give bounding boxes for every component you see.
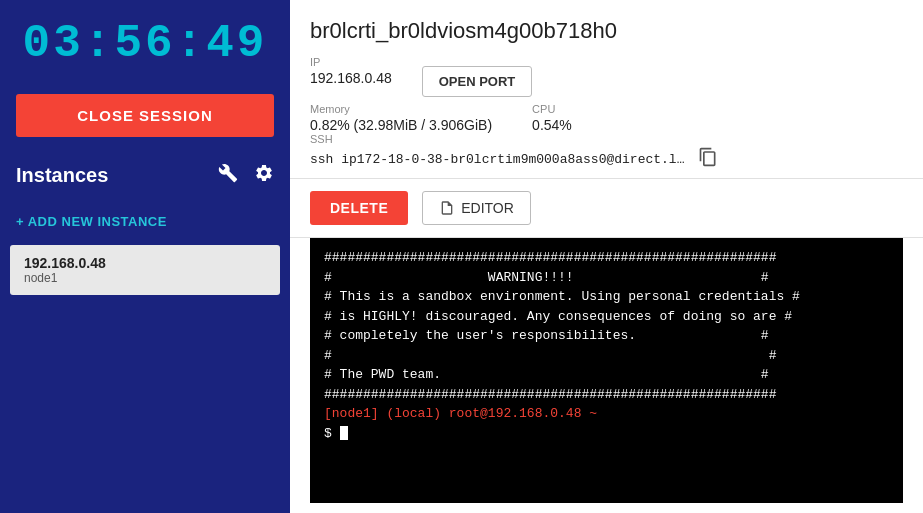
- main-area: br0lcrti_br0ldviosm4g00b718h0 IP 192.168…: [290, 0, 923, 513]
- timer-area: 03:56:49: [0, 0, 290, 84]
- delete-button[interactable]: DELETE: [310, 191, 408, 225]
- editor-button[interactable]: EDITOR: [422, 191, 531, 225]
- sidebar: 03:56:49 CLOSE SESSION Instances + ADD N…: [0, 0, 290, 513]
- terminal-line: # #: [324, 346, 889, 366]
- main-header: br0lcrti_br0ldviosm4g00b718h0 IP 192.168…: [290, 0, 923, 179]
- timer-display: 03:56:49: [23, 18, 268, 70]
- ssh-row: ssh ip172-18-0-38-br0lcrtim9m000a8ass0@d…: [310, 147, 903, 172]
- terminal-line: # WARNING!!!! #: [324, 268, 889, 288]
- terminal-line: # The PWD team. #: [324, 365, 889, 385]
- instance-name: node1: [24, 271, 266, 285]
- open-port-button[interactable]: OPEN PORT: [422, 66, 533, 97]
- instance-list-item[interactable]: 192.168.0.48 node1: [10, 245, 280, 295]
- wrench-icon[interactable]: [216, 161, 240, 190]
- terminal-line: $: [324, 424, 889, 444]
- cursor: [340, 426, 348, 440]
- memory-value: 0.82% (32.98MiB / 3.906GiB): [310, 117, 492, 133]
- terminal-line: ########################################…: [324, 248, 889, 268]
- instances-title: Instances: [16, 164, 108, 187]
- cpu-value: 0.54%: [532, 117, 572, 133]
- terminal-line: [node1] (local) root@192.168.0.48 ~: [324, 404, 889, 424]
- action-row: DELETE EDITOR: [290, 179, 923, 238]
- ssh-value: ssh ip172-18-0-38-br0lcrtim9m000a8ass0@d…: [310, 152, 690, 167]
- memory-cpu-row: Memory 0.82% (32.98MiB / 3.906GiB) CPU 0…: [310, 103, 903, 133]
- memory-block: Memory 0.82% (32.98MiB / 3.906GiB): [310, 103, 492, 133]
- terminal-line: # is HIGHLY! discouraged. Any consequenc…: [324, 307, 889, 327]
- terminal-line: # This is a sandbox environment. Using p…: [324, 287, 889, 307]
- terminal-line: ########################################…: [324, 385, 889, 405]
- instances-header: Instances: [0, 143, 290, 204]
- instance-title: br0lcrti_br0ldviosm4g00b718h0: [310, 18, 903, 44]
- memory-label: Memory: [310, 103, 492, 115]
- editor-label: EDITOR: [461, 200, 514, 216]
- ssh-block: SSH ssh ip172-18-0-38-br0lcrtim9m000a8as…: [310, 133, 903, 172]
- ip-label: IP: [310, 56, 392, 68]
- close-session-button[interactable]: CLOSE SESSION: [16, 94, 274, 137]
- terminal[interactable]: ########################################…: [310, 238, 903, 503]
- instance-ip: 192.168.0.48: [24, 255, 266, 271]
- copy-ssh-button[interactable]: [698, 147, 718, 172]
- gear-icon[interactable]: [252, 161, 276, 190]
- ip-row: IP 192.168.0.48 OPEN PORT: [310, 56, 903, 97]
- ip-block: IP 192.168.0.48: [310, 56, 392, 86]
- instances-icons: [216, 161, 276, 190]
- ssh-label: SSH: [310, 133, 903, 145]
- ip-value: 192.168.0.48: [310, 70, 392, 86]
- cpu-block: CPU 0.54%: [532, 103, 572, 133]
- terminal-line: # completely the user's responsibilites.…: [324, 326, 889, 346]
- add-new-instance-button[interactable]: + ADD NEW INSTANCE: [0, 204, 290, 239]
- cpu-label: CPU: [532, 103, 572, 115]
